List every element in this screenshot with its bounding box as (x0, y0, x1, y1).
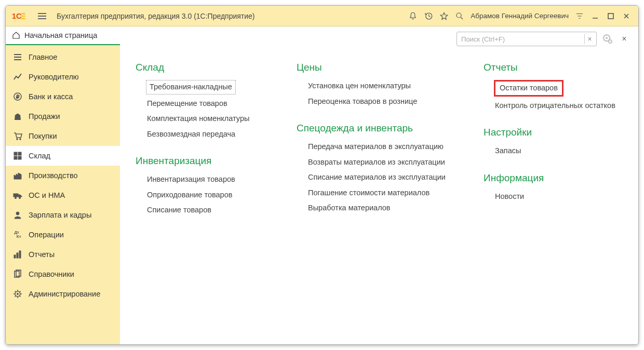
nav-item-9[interactable]: Дт КтОперации (6, 225, 120, 245)
nav-item-label: Справочники (29, 270, 74, 278)
user-name[interactable]: Абрамов Геннадий Сергеевич (471, 12, 569, 20)
content-column: ОтчетыОстатки товаровКонтроль отрицатель… (484, 62, 629, 339)
svg-rect-16 (14, 255, 16, 258)
nav-item-5[interactable]: Склад (6, 146, 120, 166)
section-title[interactable]: Спецодежда и инвентарь (297, 123, 463, 134)
nav-item-7[interactable]: ОС и НМА (6, 185, 120, 205)
svg-point-26 (610, 41, 611, 42)
link-item[interactable]: Выработка материалов (297, 200, 463, 216)
nav-item-4[interactable]: Покупки (6, 126, 120, 146)
bag-icon (13, 112, 22, 121)
nav-item-11[interactable]: Справочники (6, 264, 120, 284)
svg-rect-9 (18, 152, 21, 155)
link-item[interactable]: Инвентаризация товаров (136, 172, 276, 187)
svg-rect-3 (608, 14, 613, 19)
nav-item-1[interactable]: Руководителю (6, 67, 120, 87)
factory-icon (13, 171, 22, 180)
nav-item-label: Администрирование (29, 290, 100, 298)
link-item[interactable]: Требования-накладные (146, 80, 236, 95)
link-item[interactable]: Передача материалов в эксплуатацию (297, 139, 463, 155)
settings-icon[interactable] (601, 32, 614, 46)
link-item[interactable]: Безвозмездная передача (136, 127, 276, 142)
svg-rect-17 (17, 253, 18, 258)
link-item[interactable]: Установка цен номенклатуры (297, 78, 463, 94)
section: ЦеныУстановка цен номенклатурыПереоценка… (297, 62, 463, 109)
svg-rect-11 (18, 156, 21, 159)
svg-point-7 (20, 139, 21, 140)
home-icon (12, 31, 20, 39)
link-item[interactable]: Возвраты материалов из эксплуатации (297, 155, 463, 170)
start-page-tab[interactable]: Начальная страница (6, 26, 120, 45)
svg-point-14 (19, 197, 20, 198)
content-column: СкладТребования-накладныеПеремещение тов… (136, 62, 276, 339)
nav-item-label: ОС и НМА (29, 191, 65, 199)
section: СкладТребования-накладныеПеремещение тов… (136, 62, 276, 142)
link-item[interactable]: Переоценка товаров в рознице (297, 94, 463, 110)
sidebar: Начальная страница ГлавноеРуководителю₽Б… (6, 26, 120, 344)
nav-item-label: Главное (29, 53, 57, 61)
section-title[interactable]: Информация (484, 172, 629, 184)
nav-item-10[interactable]: Отчеты (6, 245, 120, 264)
bell-icon[interactable] (406, 9, 420, 23)
truck-icon (13, 191, 22, 200)
content-column: ЦеныУстановка цен номенклатурыПереоценка… (297, 62, 463, 339)
link-item[interactable]: Списание товаров (136, 203, 276, 218)
link-item[interactable]: Новости (484, 189, 629, 205)
nav-item-label: Покупки (29, 132, 57, 140)
main-area: × × СкладТребования-накладныеПеремещение… (120, 26, 638, 344)
cart-icon (13, 131, 22, 141)
section-title[interactable]: Инвентаризация (136, 155, 276, 167)
menu-icon (13, 52, 22, 62)
nav-item-label: Отчеты (29, 250, 55, 259)
maximize-button[interactable] (603, 9, 619, 23)
svg-text:1C: 1C (12, 11, 21, 20)
ruble-icon: ₽ (13, 92, 22, 101)
link-item[interactable]: Оприходование товаров (136, 187, 276, 203)
history-icon[interactable] (422, 9, 435, 23)
section-title[interactable]: Склад (136, 62, 276, 73)
nav-item-0[interactable]: Главное (6, 47, 120, 67)
link-item[interactable]: Запасы (484, 143, 629, 159)
section: ИнформацияНовости (484, 172, 629, 205)
nav-item-label: Руководителю (29, 73, 79, 81)
nav-item-2[interactable]: ₽Банк и касса (6, 87, 120, 106)
app-title: Бухгалтерия предприятия, редакция 3.0 (1… (57, 12, 255, 20)
filter-icon[interactable] (573, 9, 586, 23)
svg-point-6 (17, 139, 18, 140)
section-title[interactable]: Отчеты (484, 62, 629, 73)
nav-item-8[interactable]: Зарплата и кадры (6, 205, 120, 225)
clear-search-button[interactable]: × (584, 34, 595, 44)
link-item[interactable]: Перемещение товаров (136, 96, 276, 112)
dtkt-icon: Дт Кт (13, 230, 22, 239)
svg-rect-8 (14, 152, 17, 155)
section-title[interactable]: Настройки (484, 127, 629, 138)
link-item[interactable]: Остатки товаров (494, 80, 564, 97)
nav-item-label: Банк и касса (29, 92, 73, 101)
minimize-button[interactable] (587, 9, 603, 23)
close-panel-button[interactable]: × (619, 33, 630, 45)
nav-item-label: Склад (29, 152, 50, 160)
search-wrap: × (457, 32, 597, 46)
person-icon (13, 210, 22, 220)
link-item[interactable]: Комплектация номенклатуры (136, 111, 276, 127)
nav-list: ГлавноеРуководителю₽Банк и кассаПродажиП… (6, 45, 120, 304)
svg-rect-10 (14, 156, 17, 159)
star-icon[interactable] (437, 9, 451, 23)
panel-toolbar: × × (120, 26, 638, 46)
section-title[interactable]: Цены (297, 62, 463, 73)
titlebar: 1C Бухгалтерия предприятия, редакция 3.0… (6, 6, 638, 26)
search-input[interactable] (457, 32, 597, 46)
app-window: 1C Бухгалтерия предприятия, редакция 3.0… (5, 5, 639, 345)
svg-point-22 (17, 293, 19, 295)
nav-item-6[interactable]: Производство (6, 166, 120, 185)
nav-item-12[interactable]: Администрирование (6, 284, 120, 304)
main-menu-icon[interactable] (36, 10, 48, 22)
svg-point-15 (16, 212, 19, 215)
link-item[interactable]: Погашение стоимости материалов (297, 185, 463, 201)
link-item[interactable]: Списание материалов из эксплуатации (297, 170, 463, 185)
link-item[interactable]: Контроль отрицательных остатков (484, 98, 629, 114)
section: НастройкиЗапасы (484, 127, 629, 159)
nav-item-3[interactable]: Продажи (6, 106, 120, 126)
close-button[interactable] (619, 9, 634, 23)
search-icon[interactable] (453, 9, 466, 23)
